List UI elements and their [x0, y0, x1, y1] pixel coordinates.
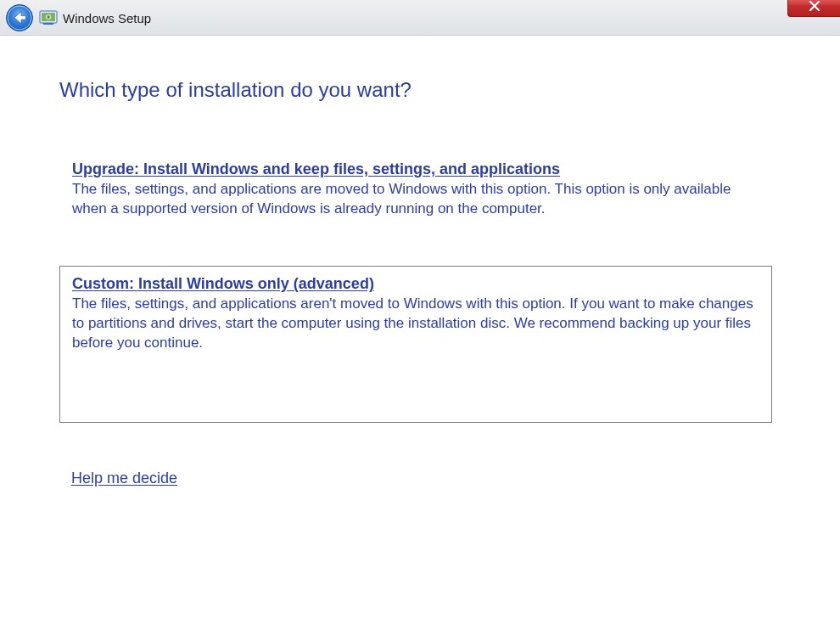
back-button[interactable]	[5, 3, 34, 32]
close-button[interactable]	[787, 0, 840, 17]
option-custom-desc: The files, settings, and applications ar…	[72, 295, 759, 353]
option-custom[interactable]: Custom: Install Windows only (advanced) …	[59, 266, 772, 423]
options-list: Upgrade: Install Windows and keep files,…	[59, 151, 772, 487]
help-me-decide-link[interactable]: Help me decide	[71, 470, 177, 487]
option-upgrade-desc: The files, settings, and applications ar…	[72, 180, 759, 219]
window-title: Windows Setup	[63, 10, 151, 25]
back-arrow-icon	[5, 3, 34, 32]
close-icon	[809, 1, 820, 11]
titlebar: Windows Setup	[0, 0, 840, 36]
installation-question: Which type of installation do you want?	[59, 78, 781, 102]
option-custom-title: Custom: Install Windows only (advanced)	[72, 273, 759, 295]
svg-rect-5	[43, 23, 53, 25]
option-upgrade-title: Upgrade: Install Windows and keep files,…	[72, 159, 759, 180]
content-area: Which type of installation do you want? …	[0, 36, 840, 487]
option-upgrade[interactable]: Upgrade: Install Windows and keep files,…	[59, 151, 772, 232]
windows-setup-icon	[39, 8, 58, 27]
